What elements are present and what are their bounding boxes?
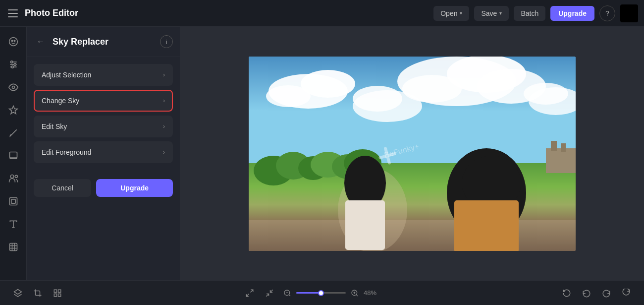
bottom-left-tools [10, 285, 65, 301]
grid-button[interactable] [50, 285, 65, 301]
info-button[interactable]: i [160, 35, 173, 48]
panel-menu: Adjust Selection › Change Sky › Edit Sky… [27, 57, 180, 170]
open-chevron-icon: ▾ [460, 10, 462, 16]
icon-sidebar [0, 27, 27, 280]
svg-rect-55 [58, 290, 61, 292]
help-button[interactable]: ? [599, 5, 615, 21]
sidebar-icon-magic[interactable] [3, 100, 23, 120]
menu-item-change-sky[interactable]: Change Sky › [34, 90, 173, 112]
panel-title: Sky Replacer [53, 37, 155, 47]
menu-item-edit-sky[interactable]: Edit Sky › [34, 116, 173, 137]
help-icon: ? [605, 9, 609, 17]
chevron-change-sky-icon: › [163, 97, 165, 104]
svg-point-13 [10, 175, 14, 179]
svg-marker-10 [9, 106, 17, 114]
panel-header: ← Sky Replacer i [27, 27, 180, 57]
side-panel: ← Sky Replacer i Adjust Selection › Chan… [27, 27, 180, 280]
chevron-edit-foreground-icon: › [163, 149, 165, 156]
svg-line-58 [251, 290, 253, 292]
canvas-image: BeFunky+ [249, 57, 576, 251]
cancel-button[interactable]: Cancel [34, 179, 91, 197]
back-button[interactable]: ← [34, 35, 48, 49]
svg-line-63 [289, 295, 290, 296]
bottom-right-tools [559, 285, 634, 301]
svg-point-0 [9, 38, 17, 46]
svg-line-66 [356, 295, 358, 296]
info-icon: i [166, 38, 167, 46]
svg-point-31 [524, 83, 568, 105]
zoom-slider[interactable] [296, 292, 346, 294]
menu-item-edit-foreground[interactable]: Edit Foreground › [34, 141, 173, 163]
svg-rect-56 [54, 294, 56, 296]
save-button[interactable]: Save ▾ [474, 6, 509, 21]
chevron-edit-sky-icon: › [163, 123, 165, 130]
undo-button[interactable] [579, 285, 594, 301]
redo-button[interactable] [598, 285, 614, 301]
reset-button[interactable] [559, 285, 575, 301]
menu-item-adjust-selection[interactable]: Adjust Selection › [34, 64, 173, 86]
actual-size-button[interactable] [262, 285, 277, 301]
zoom-in-button[interactable] [349, 287, 361, 299]
header: Photo Editor Open ▾ Save ▾ Batch Upgrade… [0, 0, 644, 27]
sidebar-icon-face[interactable] [3, 32, 23, 52]
svg-rect-57 [58, 294, 61, 296]
svg-point-33 [353, 86, 402, 112]
bottom-toolbar: 48% [0, 280, 644, 305]
svg-point-25 [266, 85, 311, 107]
app-title: Photo Editor [25, 8, 78, 18]
main-area: ← Sky Replacer i Adjust Selection › Chan… [0, 27, 644, 280]
upgrade-header-button[interactable]: Upgrade [550, 6, 594, 21]
layers-bottom-button[interactable] [10, 285, 26, 301]
sidebar-icon-sticker[interactable] [3, 237, 23, 257]
svg-rect-15 [9, 198, 17, 205]
batch-button[interactable]: Batch [514, 6, 545, 21]
zoom-control: 48% [281, 287, 382, 299]
svg-point-8 [11, 66, 13, 68]
upgrade-panel-button[interactable]: Upgrade [96, 179, 173, 197]
chevron-adjust-icon: › [163, 71, 165, 78]
svg-point-2 [14, 40, 15, 42]
back-icon: ← [37, 37, 45, 46]
zoom-out-button[interactable] [281, 287, 293, 299]
svg-marker-53 [14, 289, 22, 294]
avatar[interactable] [620, 4, 638, 22]
sidebar-icon-adjust[interactable] [3, 55, 23, 74]
svg-rect-49 [454, 200, 519, 251]
image-svg: BeFunky+ [249, 57, 576, 251]
menu-icon[interactable] [6, 6, 20, 20]
svg-point-14 [15, 175, 17, 178]
save-chevron-icon: ▾ [499, 10, 502, 16]
svg-line-61 [270, 290, 273, 292]
svg-rect-43 [561, 143, 566, 152]
fit-screen-button[interactable] [242, 285, 258, 301]
sidebar-icon-people[interactable] [3, 169, 23, 188]
sidebar-icon-brush[interactable] [3, 123, 23, 143]
svg-line-60 [266, 294, 268, 296]
sidebar-icon-eye[interactable] [3, 77, 23, 97]
bottom-center-tools: 48% [242, 285, 382, 301]
sidebar-icon-layers[interactable] [3, 146, 23, 166]
panel-actions: Cancel Upgrade [27, 172, 180, 204]
svg-point-9 [12, 86, 14, 89]
svg-rect-19 [9, 244, 17, 251]
svg-rect-46 [345, 200, 385, 250]
svg-rect-42 [551, 141, 557, 151]
open-button[interactable]: Open ▾ [433, 6, 469, 21]
photo-canvas[interactable]: BeFunky+ [249, 57, 576, 251]
rotate-right-button[interactable] [618, 285, 634, 301]
svg-rect-54 [54, 290, 56, 292]
zoom-value: 48% [364, 289, 382, 297]
svg-line-59 [246, 294, 249, 296]
svg-point-6 [10, 61, 12, 63]
sidebar-icon-text[interactable] [3, 214, 23, 234]
crop-button[interactable] [30, 285, 46, 301]
canvas-area: BeFunky+ [180, 27, 644, 280]
svg-point-7 [14, 63, 16, 65]
svg-point-1 [11, 40, 13, 42]
sidebar-icon-frame[interactable] [3, 191, 23, 211]
svg-rect-22 [249, 220, 576, 251]
svg-rect-11 [9, 152, 17, 158]
svg-rect-16 [11, 199, 15, 203]
